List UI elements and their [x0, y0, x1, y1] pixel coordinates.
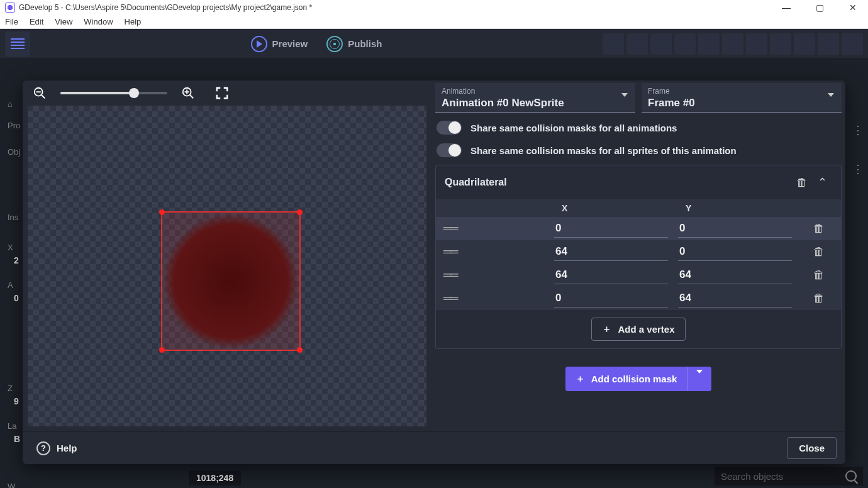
minimize-button[interactable]: — — [776, 3, 797, 13]
chevron-down-icon — [621, 93, 628, 97]
vertex-handle-tl[interactable] — [159, 209, 165, 215]
menu-edit[interactable]: Edit — [30, 17, 43, 26]
chevron-down-icon — [696, 370, 703, 384]
menu-window[interactable]: Window — [84, 17, 113, 26]
share-all-animations-toggle[interactable] — [437, 121, 462, 135]
vertex-x-input[interactable] — [554, 289, 668, 308]
side-val-la: B — [14, 434, 20, 444]
main-toolbar: Preview Publish — [0, 29, 868, 59]
side-label-a: A — [8, 280, 13, 290]
collision-canvas[interactable] — [28, 106, 426, 426]
drag-handle-icon[interactable]: ══ — [436, 222, 549, 235]
vertex-x-input[interactable] — [554, 243, 668, 261]
drag-handle-icon[interactable]: ══ — [436, 292, 549, 305]
column-x: X — [549, 203, 673, 213]
sprite-circle — [164, 214, 298, 348]
grid-icon[interactable] — [794, 33, 815, 55]
close-window-button[interactable]: ✕ — [843, 3, 863, 13]
menu-file[interactable]: File — [5, 17, 18, 26]
panel-title: Quadrilateral — [445, 177, 791, 188]
zoom-toolbar — [23, 80, 431, 106]
plus-icon: ＋ — [576, 373, 585, 385]
toolbar-tile-8[interactable] — [770, 33, 791, 55]
zoom-ratio-icon[interactable] — [818, 33, 839, 55]
window-title: GDevelop 5 - C:\Users\Aspire 5\Documents… — [19, 3, 776, 12]
menu-bar: File Edit View Window Help — [0, 15, 868, 29]
undo-icon[interactable] — [722, 33, 743, 55]
share-all-sprites-label: Share same collision masks for all sprit… — [470, 145, 737, 156]
globe-icon — [326, 36, 343, 52]
add-collision-mask-button[interactable]: ＋ Add collision mask — [565, 367, 712, 391]
animation-label: Animation — [442, 87, 629, 96]
collapse-icon[interactable]: ⌃ — [813, 173, 832, 192]
side-label-obj: Obj — [8, 147, 20, 157]
toolbar-tile-2[interactable] — [626, 33, 648, 55]
close-button[interactable]: Close — [787, 437, 837, 459]
toolbar-tile-4[interactable] — [674, 33, 696, 55]
add-vertex-button[interactable]: ＋ Add a vertex — [591, 318, 685, 341]
zoom-in-icon[interactable] — [181, 86, 195, 100]
svg-line-1 — [42, 95, 45, 99]
vertex-y-input[interactable] — [678, 243, 792, 261]
search-icon — [845, 470, 857, 482]
more-icon-2[interactable]: ⋮ — [852, 162, 864, 176]
fit-screen-icon[interactable] — [215, 86, 229, 100]
delete-vertex-button[interactable]: 🗑 — [797, 269, 841, 282]
side-val-a: 0 — [14, 293, 19, 303]
add-vertex-label: Add a vertex — [618, 324, 674, 335]
side-label-z: Z — [8, 384, 13, 393]
toolbar-tile-3[interactable] — [650, 33, 672, 55]
help-icon: ? — [36, 441, 50, 455]
drag-handle-icon[interactable]: ══ — [436, 269, 549, 282]
frame-label: Frame — [648, 87, 835, 96]
add-mask-label: Add collision mask — [591, 374, 677, 384]
share-all-sprites-toggle[interactable] — [437, 143, 462, 157]
quadrilateral-panel: Quadrilateral 🗑 ⌃ X Y ══ — [435, 165, 842, 349]
redo-icon[interactable] — [746, 33, 767, 55]
zoom-slider[interactable] — [60, 92, 167, 94]
share-all-animations-label: Share same collision masks for all anima… — [470, 123, 677, 133]
search-placeholder: Search objects — [721, 471, 783, 482]
svg-line-4 — [190, 95, 194, 99]
add-mask-dropdown-button[interactable] — [687, 367, 711, 391]
vertex-handle-tr[interactable] — [297, 209, 303, 215]
title-bar: GDevelop 5 - C:\Users\Aspire 5\Documents… — [0, 0, 868, 15]
menu-view[interactable]: View — [55, 17, 72, 26]
side-label-ins: Ins — [8, 213, 18, 222]
vertex-row: ══ 🗑 — [436, 287, 841, 310]
app-icon — [5, 3, 15, 13]
help-button[interactable]: ? Help — [31, 438, 82, 459]
project-manager-icon[interactable] — [5, 31, 30, 57]
collision-polygon[interactable] — [161, 211, 301, 351]
animation-dropdown[interactable]: Animation Animation #0 NewSprite — [435, 83, 635, 113]
maximize-button[interactable]: ▢ — [810, 3, 830, 13]
search-objects-input[interactable]: Search objects — [715, 467, 863, 485]
side-label-x: X — [8, 243, 13, 252]
delete-vertex-button[interactable]: 🗑 — [797, 292, 841, 305]
vertex-x-input[interactable] — [554, 266, 668, 284]
delete-vertex-button[interactable]: 🗑 — [797, 245, 841, 258]
vertex-x-input[interactable] — [554, 219, 668, 238]
animation-value: Animation #0 NewSprite — [442, 97, 629, 109]
preview-button[interactable]: Preview — [245, 32, 314, 56]
vertex-y-input[interactable] — [678, 219, 792, 238]
canvas-coords: 1018;248 — [189, 470, 241, 485]
drag-handle-icon[interactable]: ══ — [436, 245, 549, 258]
delete-vertex-button[interactable]: 🗑 — [797, 222, 841, 235]
vertex-y-input[interactable] — [678, 266, 792, 284]
home-icon[interactable]: ⌂ — [8, 99, 13, 109]
publish-button[interactable]: Publish — [320, 32, 388, 56]
menu-help[interactable]: Help — [125, 17, 142, 26]
collision-mask-dialog: Animation Animation #0 NewSprite Frame F… — [23, 80, 845, 464]
vertex-y-input[interactable] — [678, 289, 792, 308]
frame-dropdown[interactable]: Frame Frame #0 — [642, 83, 842, 113]
vertex-handle-br[interactable] — [297, 347, 303, 353]
more-icon[interactable]: ⋮ — [852, 123, 864, 137]
settings-icon[interactable] — [842, 33, 863, 55]
delete-polygon-button[interactable]: 🗑 — [791, 174, 813, 192]
zoom-out-icon[interactable] — [33, 86, 47, 100]
vertex-handle-bl[interactable] — [159, 347, 165, 353]
frame-value: Frame #0 — [648, 97, 835, 109]
toolbar-tile-5[interactable] — [698, 33, 720, 55]
toolbar-tile-1[interactable] — [603, 33, 624, 55]
